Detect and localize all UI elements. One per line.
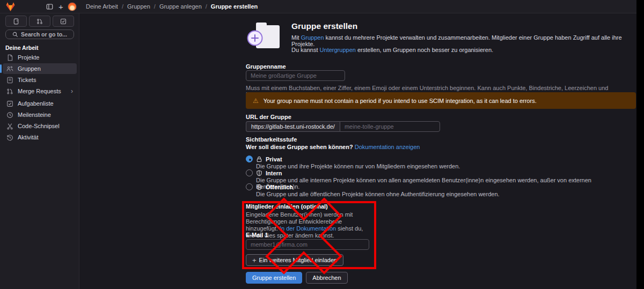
breadcrumb-item[interactable]: Gruppe anlegen [159,3,202,10]
group-url-input[interactable] [340,121,440,132]
visibility-option-oeffentlich: Öffentlich Die Gruppe und alle öffentlic… [246,183,500,197]
sidebar-item-projekte[interactable]: Projekte [3,52,77,63]
sidebar-shortcuts [5,16,74,27]
task-list-icon [6,100,13,107]
intro-text-2: Du kannst Untergruppen erstellen, um Gru… [291,47,493,53]
shield-icon [256,170,262,176]
untergruppen-link[interactable]: Untergruppen [320,47,356,53]
sidebar-item-label: Projekte [18,54,39,61]
sidebar-item-code-schnipsel[interactable]: Code-Schnipsel [3,121,77,131]
visibility-label: Sichtbarkeitsstufe [246,136,297,143]
sidebar-item-label: Meilensteine [18,112,51,118]
globe-icon [256,184,262,190]
ticket-icon [6,77,13,84]
sidebar-item-label: Aktivität [18,134,39,140]
snippet-scissors-icon [6,123,13,130]
radio-oeffentlich[interactable] [246,183,253,190]
breadcrumb-separator: / [154,3,156,10]
breadcrumb-current: Gruppe erstellen [211,3,258,10]
search-placeholder: Search or go to... [21,31,67,38]
left-sidebar: Search or go to... Deine Arbeit Projekte… [0,13,79,289]
activity-history-icon [6,134,13,141]
warning-text: Your group name must not contain a perio… [264,98,537,104]
visibility-option-name: Privat [266,156,282,162]
visibility-question: Wer soll diese Gruppe sehen können? Doku… [246,144,420,150]
group-url-group: https://gitlab-test.uni-rostock.de/ [246,121,440,132]
group-name-input[interactable] [246,70,345,81]
email-label: E-Mail 1 [246,232,268,238]
visibility-option-name: Intern [266,170,282,176]
sidebar-item-gruppen[interactable]: Gruppen [3,63,77,74]
group-name-label: Gruppenname [246,63,286,70]
visibility-doc-link[interactable]: Dokumentation anzeigen [355,144,420,150]
gitlab-logo-icon[interactable] [5,2,16,12]
visibility-option-description: Die Gruppe und alle öffentlichen Projekt… [256,191,500,197]
sidebar-item-label: Gruppen [18,65,41,72]
plus-icon: + [252,256,257,264]
sidebar-item-tickets[interactable]: Tickets [3,75,77,85]
invite-doc-link[interactable]: In der Dokumentation [280,225,336,232]
radio-intern[interactable] [246,169,253,176]
milestone-clock-icon [6,112,13,118]
form-actions: Gruppe erstellen Abbrechen [246,272,348,284]
issues-shortcut-button[interactable] [5,16,27,27]
sidebar-item-label: Code-Schnipsel [18,123,60,129]
new-group-illustration [247,21,281,50]
gitlab-window: + Deine Arbeit/Gruppen/Gruppe anlegen/Gr… [0,0,636,289]
todo-check-icon [60,18,67,25]
intro-text: Mit Gruppen kannst du mehrere Projekte v… [291,34,636,47]
group-url-label: URL der Gruppe [246,114,291,120]
sidebar-section-label: Deine Arbeit [5,45,38,51]
visibility-option-privat: Privat Die Gruppe und ihre Projekte könn… [246,155,460,169]
sidebar-toggle-icon[interactable] [45,2,54,11]
create-new-icon[interactable]: + [56,2,65,11]
merge-request-icon [6,88,13,95]
page-title: Gruppe erstellen [291,21,357,31]
groups-icon [6,65,13,72]
add-member-button[interactable]: +Ein weiteres Mitglied einladen [246,254,343,266]
email-input[interactable] [246,239,369,250]
user-avatar[interactable] [68,2,77,11]
warning-banner: ⚠ Your group name must not contain a per… [246,92,636,109]
merge-request-icon [36,18,43,25]
breadcrumb-item[interactable]: Deine Arbeit [86,3,118,10]
project-icon [6,54,13,61]
search-input[interactable]: Search or go to... [5,29,74,39]
chevron-right-icon: › [71,87,73,95]
sidebar-item-aktivitaet[interactable]: Aktivität [3,132,77,143]
sidebar-item-label: Aufgabenliste [18,100,54,107]
lock-icon [256,156,262,162]
radio-privat[interactable] [246,155,253,162]
sidebar-item-meilensteine[interactable]: Meilensteine [3,109,77,120]
visibility-option-name: Öffentlich [266,184,293,190]
cancel-button[interactable]: Abbrechen [306,272,347,284]
sidebar-item-label: Merge Requests [18,88,61,94]
breadcrumb-separator: / [206,3,207,10]
breadcrumb-item[interactable]: Gruppen [127,3,150,10]
warning-triangle-icon: ⚠ [253,97,259,105]
visibility-option-description: Die Gruppe und ihre Projekte können nur … [256,163,460,169]
top-bar: + Deine Arbeit/Gruppen/Gruppe anlegen/Gr… [0,0,636,13]
sidebar-item-aufgabenliste[interactable]: Aufgabenliste [3,98,77,109]
merge-requests-shortcut-button[interactable] [29,16,50,27]
create-group-button[interactable]: Gruppe erstellen [246,272,302,284]
issues-icon [13,18,19,25]
invite-members-title: Mitglieder einladen (optional) [246,203,328,210]
breadcrumb-separator: / [122,3,123,10]
sidebar-item-merge-requests[interactable]: Merge Requests › [3,86,77,97]
search-icon [12,32,18,38]
gruppen-link[interactable]: Gruppen [301,34,324,41]
main-content: Gruppe erstellen Mit Gruppen kannst du m… [79,13,636,289]
sidebar-item-label: Tickets [18,77,36,83]
group-url-prefix: https://gitlab-test.uni-rostock.de/ [246,121,340,132]
breadcrumb: Deine Arbeit/Gruppen/Gruppe anlegen/Grup… [86,0,258,13]
todo-shortcut-button[interactable] [53,16,74,27]
sidebar-nav: Projekte Gruppen Tickets Merge Requests … [0,52,79,143]
